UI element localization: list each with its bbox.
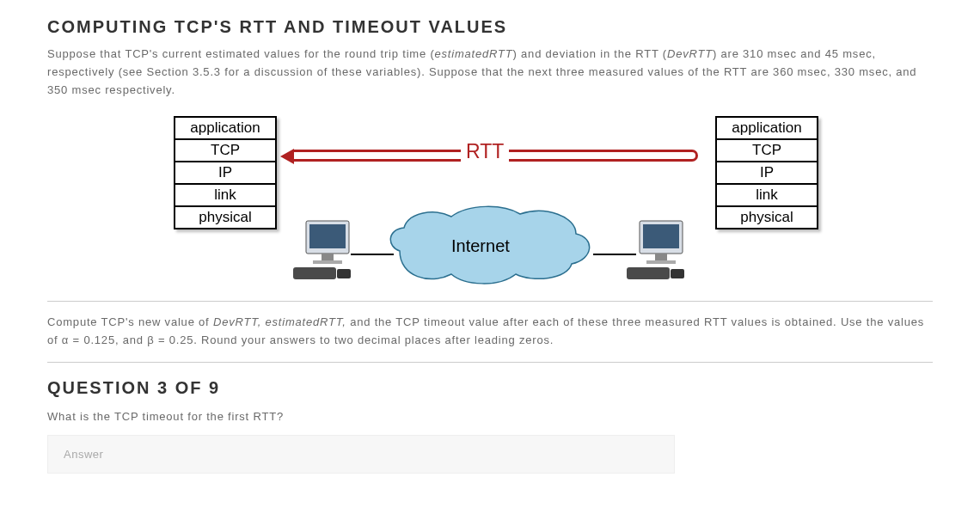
text: Suppose that TCP's current estimated val…: [47, 47, 435, 60]
svg-rect-8: [655, 254, 667, 260]
svg-rect-4: [293, 267, 336, 279]
svg-rect-7: [643, 224, 679, 248]
layer-ip: IP: [175, 162, 275, 185]
layer-application: application: [717, 118, 817, 140]
svg-rect-5: [337, 269, 351, 278]
term-devrtt-estimatedrtt: DevRTT, estimatedRTT,: [213, 315, 346, 328]
svg-rect-11: [671, 269, 684, 278]
layer-ip: IP: [717, 162, 817, 185]
layer-link: link: [717, 185, 817, 207]
text: Compute TCP's new value of: [47, 315, 213, 328]
layer-physical: physical: [175, 207, 275, 228]
text: ) and deviation in the RTT (: [513, 47, 667, 60]
computer-icon: [626, 219, 695, 284]
tcp-rtt-diagram: application TCP IP link physical applica…: [138, 116, 842, 292]
layer-physical: physical: [717, 207, 817, 228]
rtt-label: RTT: [461, 140, 509, 163]
svg-rect-2: [322, 254, 334, 260]
internet-label: Internet: [451, 236, 510, 256]
layer-link: link: [175, 185, 275, 207]
protocol-stack-left: application TCP IP link physical: [174, 116, 277, 229]
divider: [47, 362, 933, 363]
layer-tcp: TCP: [717, 140, 817, 162]
svg-rect-9: [646, 260, 676, 264]
rtt-arrowhead-icon: [280, 149, 294, 164]
term-estimatedrtt: estimatedRTT: [435, 47, 513, 60]
question-text: What is the TCP timeout for the first RT…: [47, 410, 933, 423]
svg-rect-1: [309, 224, 346, 248]
layer-tcp: TCP: [175, 140, 275, 162]
layer-application: application: [175, 118, 275, 140]
svg-rect-3: [313, 260, 342, 264]
diagram-container: application TCP IP link physical applica…: [47, 116, 933, 292]
computer-icon: [292, 219, 361, 284]
divider: [47, 301, 933, 302]
question-heading: QUESTION 3 OF 9: [47, 378, 933, 398]
term-devrtt: DevRTT: [667, 47, 713, 60]
intro-paragraph-2: Compute TCP's new value of DevRTT, estim…: [47, 314, 933, 350]
protocol-stack-right: application TCP IP link physical: [715, 116, 818, 229]
answer-input[interactable]: [47, 435, 675, 474]
svg-rect-10: [627, 267, 670, 279]
page-title: COMPUTING TCP'S RTT AND TIMEOUT VALUES: [47, 17, 933, 37]
intro-paragraph-1: Suppose that TCP's current estimated val…: [47, 46, 933, 99]
